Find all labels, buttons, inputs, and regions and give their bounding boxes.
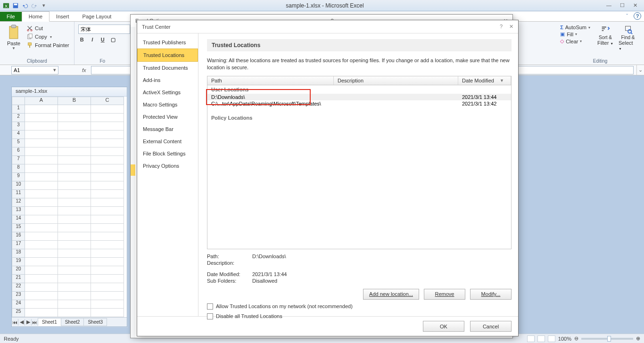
cell[interactable] xyxy=(91,164,124,173)
cell[interactable] xyxy=(25,139,58,147)
sheet-tab[interactable]: Sheet3 xyxy=(83,318,107,326)
cell[interactable] xyxy=(25,114,58,122)
cell[interactable] xyxy=(25,190,58,198)
help-icon[interactable]: ? xyxy=(634,12,641,20)
cell[interactable] xyxy=(58,164,91,173)
cell[interactable] xyxy=(58,114,91,122)
cell[interactable] xyxy=(58,139,91,147)
cell[interactable] xyxy=(25,147,58,156)
col-header[interactable]: B xyxy=(58,97,91,105)
cell[interactable] xyxy=(58,258,91,266)
cell[interactable] xyxy=(58,292,91,300)
cell[interactable] xyxy=(25,173,58,181)
cell[interactable] xyxy=(91,207,124,215)
cell[interactable] xyxy=(25,215,58,224)
undo-icon[interactable] xyxy=(21,1,29,10)
cell[interactable] xyxy=(25,198,58,207)
cell[interactable] xyxy=(91,300,124,309)
cell[interactable] xyxy=(58,215,91,224)
col-header[interactable]: A xyxy=(25,97,58,105)
sidebar-item-external-content[interactable]: External Content xyxy=(137,135,198,147)
ok-button[interactable]: OK xyxy=(423,321,464,332)
sort-filter-button[interactable]: Sort & Filter ▼ xyxy=(596,24,615,51)
sidebar-item-trusted-documents[interactable]: Trusted Documents xyxy=(137,62,198,74)
sidebar-item-macro[interactable]: Macro Settings xyxy=(137,98,198,111)
cell[interactable] xyxy=(91,224,124,232)
col-header-description[interactable]: Description xyxy=(334,76,458,85)
help-icon[interactable]: ? xyxy=(500,24,503,30)
qat-customize-icon[interactable]: ▾ xyxy=(40,1,48,10)
add-location-button[interactable]: Add new location... xyxy=(363,289,419,300)
row-header[interactable]: 23 xyxy=(12,292,25,300)
cell[interactable] xyxy=(58,266,91,275)
cell[interactable] xyxy=(25,258,58,266)
row-header[interactable]: 8 xyxy=(12,164,25,173)
row-header[interactable]: 10 xyxy=(12,181,25,190)
row-header[interactable]: 15 xyxy=(12,224,25,232)
cell[interactable] xyxy=(58,105,91,114)
view-normal-icon[interactable] xyxy=(527,335,535,342)
cell[interactable] xyxy=(25,249,58,258)
cancel-button[interactable]: Cancel xyxy=(470,321,512,332)
cell[interactable] xyxy=(25,105,58,114)
cell[interactable] xyxy=(91,190,124,198)
worksheet-grid[interactable]: A B C 1234567891011121314151617181920212… xyxy=(12,97,127,317)
sheet-tab[interactable]: Sheet1 xyxy=(38,318,61,326)
row-header[interactable]: 25 xyxy=(12,309,25,317)
bold-button[interactable]: B xyxy=(78,37,86,43)
row-header[interactable]: 6 xyxy=(12,147,25,156)
cut-button[interactable]: Cut xyxy=(25,24,70,32)
save-icon[interactable] xyxy=(11,1,20,10)
border-button[interactable]: ▢ xyxy=(109,37,117,43)
cell[interactable] xyxy=(91,232,124,241)
zoom-in-icon[interactable]: ⊕ xyxy=(636,335,640,342)
cell[interactable] xyxy=(91,309,124,317)
cell[interactable] xyxy=(25,283,58,292)
cell[interactable] xyxy=(91,249,124,258)
remove-button[interactable]: Remove xyxy=(424,289,465,300)
row-header[interactable]: 18 xyxy=(12,249,25,258)
disable-all-checkbox[interactable]: Disable all Trusted Locations xyxy=(207,313,512,319)
row-header[interactable]: 17 xyxy=(12,241,25,249)
zoom-slider[interactable] xyxy=(581,338,633,340)
cell[interactable] xyxy=(58,122,91,131)
row-header[interactable]: 14 xyxy=(12,215,25,224)
sheet-nav-first-icon[interactable]: ⏮ xyxy=(12,319,18,326)
tab-home[interactable]: Home xyxy=(22,11,50,22)
col-header-path[interactable]: Path xyxy=(207,76,334,85)
italic-button[interactable]: I xyxy=(89,37,96,43)
sheet-nav-prev-icon[interactable]: ◀ xyxy=(18,319,25,326)
minimize-ribbon-icon[interactable]: ˇ xyxy=(623,12,631,20)
cell[interactable] xyxy=(58,283,91,292)
cell[interactable] xyxy=(25,232,58,241)
cell[interactable] xyxy=(58,309,91,317)
cell[interactable] xyxy=(91,173,124,181)
view-page-layout-icon[interactable] xyxy=(537,335,545,342)
cell[interactable] xyxy=(91,258,124,266)
row-header[interactable]: 16 xyxy=(12,232,25,241)
select-all-cell[interactable] xyxy=(12,97,25,105)
cell[interactable] xyxy=(91,215,124,224)
cell[interactable] xyxy=(91,147,124,156)
row-header[interactable]: 21 xyxy=(12,275,25,283)
cell[interactable] xyxy=(25,131,58,139)
modify-button[interactable]: Modify... xyxy=(470,289,512,300)
sidebar-item-trusted-locations[interactable]: Trusted Locations xyxy=(137,49,198,62)
cell[interactable] xyxy=(91,241,124,249)
cell[interactable] xyxy=(25,207,58,215)
cell[interactable] xyxy=(58,300,91,309)
paste-button[interactable]: Paste ▼ xyxy=(4,23,24,50)
cell[interactable] xyxy=(25,224,58,232)
fill-button[interactable]: ▣Fill▾ xyxy=(560,31,590,37)
sheet-tab[interactable]: Sheet2 xyxy=(61,318,84,326)
sidebar-item-addins[interactable]: Add-ins xyxy=(137,74,198,86)
cell[interactable] xyxy=(58,249,91,258)
close-icon[interactable]: ✕ xyxy=(633,2,637,8)
row-header[interactable]: 13 xyxy=(12,207,25,215)
cell[interactable] xyxy=(58,207,91,215)
cell[interactable] xyxy=(91,198,124,207)
cell[interactable] xyxy=(91,275,124,283)
row-header[interactable]: 9 xyxy=(12,173,25,181)
cell[interactable] xyxy=(58,173,91,181)
sidebar-item-protected-view[interactable]: Protected View xyxy=(137,111,198,123)
